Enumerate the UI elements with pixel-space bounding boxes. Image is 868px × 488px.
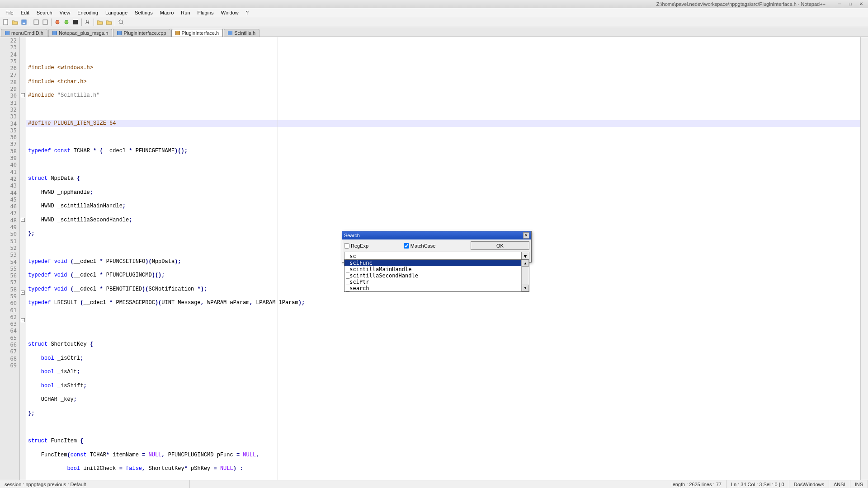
autocomplete-list: _sciFunc_scintillaMainHandle_scintillaSe… — [344, 259, 529, 292]
save-icon[interactable] — [20, 18, 28, 26]
autocomplete-item[interactable]: _sciFunc — [344, 260, 521, 266]
autocomplete-item[interactable]: _search — [344, 285, 521, 291]
icon-6[interactable]: H — [84, 18, 92, 26]
menubar: File Edit Search View Encoding Language … — [0, 8, 868, 17]
svg-rect-7 — [73, 20, 78, 24]
status-encoding: ANSI — [829, 480, 850, 488]
tab-3[interactable]: PluginInterface.h — [171, 29, 223, 37]
fold-box-icon[interactable]: − — [21, 93, 25, 97]
icon-8[interactable] — [105, 18, 113, 26]
menu-encoding[interactable]: Encoding — [74, 9, 102, 16]
open-file-icon[interactable] — [11, 18, 19, 26]
file-icon — [117, 31, 122, 35]
search-title-text: Search — [344, 233, 360, 238]
svg-rect-0 — [4, 19, 8, 25]
fold-box-icon[interactable]: − — [21, 291, 25, 295]
menu-plugins[interactable]: Plugins — [194, 9, 217, 16]
svg-text:H: H — [85, 19, 89, 25]
scroll-up-icon[interactable]: ▲ — [522, 260, 529, 267]
svg-rect-4 — [43, 20, 47, 24]
tab-1[interactable]: Notepad_plus_msgs.h — [48, 29, 112, 37]
ok-button[interactable]: OK — [471, 241, 529, 250]
toolbar: H — [0, 17, 868, 27]
menu-macro[interactable]: Macro — [156, 9, 178, 16]
scroll-down-icon[interactable]: ▼ — [522, 285, 529, 291]
status-position: Ln : 34 Col : 3 Sel : 0 | 0 — [726, 480, 789, 488]
dropdown-scrollbar[interactable]: ▲ ▼ — [521, 260, 529, 291]
svg-rect-2 — [23, 23, 25, 24]
svg-point-5 — [56, 20, 59, 24]
icon-5[interactable] — [71, 18, 80, 26]
menu-language[interactable]: Language — [102, 9, 131, 16]
minimize-button[interactable]: ─ — [835, 1, 844, 7]
svg-point-6 — [65, 20, 68, 24]
icon-4[interactable] — [62, 18, 71, 26]
line-gutter: 2223242526272829303132333435363738394041… — [0, 37, 20, 480]
menu-settings[interactable]: Settings — [131, 9, 156, 16]
new-file-icon[interactable] — [2, 18, 10, 26]
icon-2[interactable] — [41, 18, 49, 26]
file-icon — [175, 31, 180, 35]
svg-rect-3 — [34, 20, 38, 24]
matchcase-input[interactable] — [404, 243, 409, 249]
tabbar: menuCmdID.h Notepad_plus_msgs.h PluginIn… — [0, 27, 868, 37]
search-close-button[interactable]: ✕ — [523, 232, 529, 239]
matchcase-checkbox[interactable]: MatchCase — [404, 243, 436, 249]
menu-edit[interactable]: Edit — [17, 9, 33, 16]
status-length: length : 2625 lines : 77 — [667, 480, 726, 488]
fold-box-icon[interactable]: − — [21, 218, 25, 222]
menu-file[interactable]: File — [2, 9, 17, 16]
svg-line-10 — [122, 23, 123, 24]
file-icon — [5, 31, 9, 35]
icon-3[interactable] — [53, 18, 61, 26]
tab-2[interactable]: PluginInterface.cpp — [113, 29, 170, 37]
search-titlebar[interactable]: Search ✕ — [342, 231, 531, 239]
fold-margin: − − − − — [20, 37, 26, 480]
autocomplete-item[interactable]: _scintillaMainHandle — [344, 266, 521, 272]
window-controls: ─ □ ✕ — [835, 1, 866, 7]
close-button[interactable]: ✕ — [856, 1, 866, 7]
regexp-checkbox[interactable]: RegExp — [344, 243, 368, 249]
file-icon — [228, 31, 232, 35]
tab-4[interactable]: Scintilla.h — [224, 29, 259, 37]
menu-window[interactable]: Window — [217, 9, 242, 16]
search-dialog: Search ✕ RegExp MatchCase OK ▼ _sciFunc_… — [342, 231, 532, 263]
icon-1[interactable] — [32, 18, 40, 26]
regexp-input[interactable] — [344, 243, 349, 249]
autocomplete-item[interactable]: _scintillaSecondHandle — [344, 272, 521, 279]
status-eol: Dos\Windows — [789, 480, 829, 488]
tab-0[interactable]: menuCmdID.h — [1, 29, 47, 37]
menu-search[interactable]: Search — [33, 9, 56, 16]
menu-view[interactable]: View — [56, 9, 74, 16]
vertical-scrollbar[interactable] — [860, 37, 868, 480]
icon-7[interactable] — [96, 18, 104, 26]
titlebar: Z:\home\pavel.nedev\workspace\nppgtags\s… — [0, 0, 868, 8]
file-icon — [52, 31, 57, 35]
autocomplete-item[interactable]: _sciPtr — [344, 279, 521, 285]
menu-help[interactable]: ? — [242, 9, 252, 16]
window-title: Z:\home\pavel.nedev\workspace\nppgtags\s… — [2, 1, 835, 7]
menu-run[interactable]: Run — [177, 9, 193, 16]
statusbar: session : nppgtags previous : Default le… — [0, 480, 868, 488]
icon-9[interactable] — [117, 18, 125, 26]
status-session: session : nppgtags previous : Default — [0, 480, 190, 488]
svg-point-9 — [119, 20, 123, 23]
fold-box-icon[interactable]: − — [21, 318, 25, 322]
maximize-button[interactable]: □ — [845, 1, 855, 7]
status-mode: INS — [850, 480, 868, 488]
